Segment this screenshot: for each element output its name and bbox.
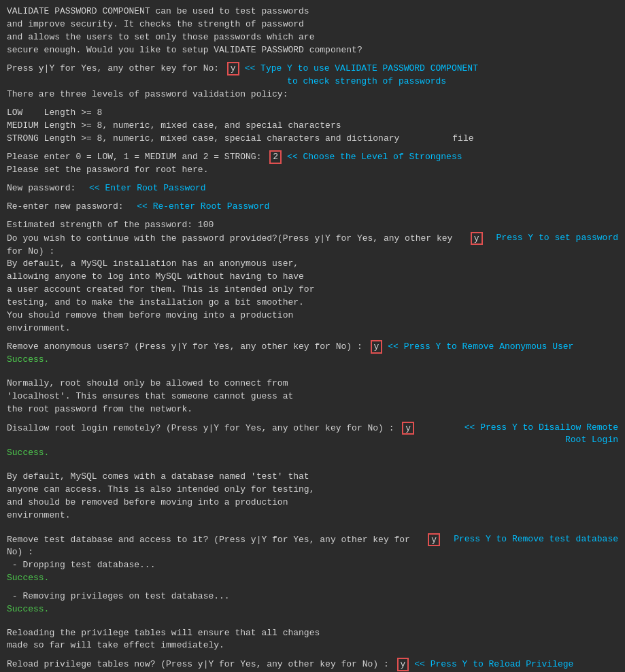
terminal-text-line: a user account created for them. This is… (7, 284, 618, 297)
spacer (7, 460, 618, 465)
spacer (7, 195, 618, 201)
terminal-success-line: Success. (7, 447, 618, 460)
terminal-text-line: LOW Length >= 8 (7, 107, 618, 120)
spacer (7, 416, 618, 422)
prompt-text: Remove anonymous users? (Press y|Y for Y… (7, 341, 368, 354)
terminal-text-line: Please set the password for root here. (7, 164, 618, 177)
annotation-text: << Press Y to Disallow Remote Root Login (427, 422, 618, 448)
spacer (7, 56, 618, 62)
spacer (7, 585, 618, 590)
spacer (7, 622, 618, 627)
terminal-text-line: and improve security. It checks the stre… (7, 18, 618, 31)
spacer (7, 145, 618, 150)
terminal-text-line: secure enough. Would you like to setup V… (7, 44, 618, 57)
terminal-text-line: environment. (7, 509, 618, 522)
spacer (7, 214, 618, 219)
terminal-text-line: allowing anyone to log into MySQL withou… (7, 271, 618, 284)
annotation-text: << Press Y to Reload Privilege (414, 658, 573, 671)
spacer (7, 465, 618, 471)
annotation-text: << Type Y to use VALIDATE PASSWORD COMPO… (245, 63, 478, 88)
key-input: y (428, 533, 440, 547)
terminal-text-line: environment. (7, 322, 618, 335)
terminal-text-line: VALIDATE PASSWORD COMPONENT can be used … (7, 5, 618, 18)
terminal-window: VALIDATE PASSWORD COMPONENT can be used … (7, 5, 618, 672)
terminal-text-line: made so far will take effect immediately… (7, 639, 618, 652)
terminal-success-line: Success. (7, 603, 618, 616)
terminal-text-line: You should remove them before moving int… (7, 309, 618, 322)
terminal-text-line: - Dropping test database... (7, 559, 618, 572)
terminal-input-line: Please enter 0 = LOW, 1 = MEDIUM and 2 =… (7, 150, 618, 164)
terminal-text-line: anyone can access. This is also intended… (7, 484, 618, 497)
annotation-text: << Choose the Level of Strongness (287, 151, 462, 164)
spacer (7, 367, 618, 372)
spacer (7, 616, 618, 622)
spacer (7, 528, 618, 533)
prompt-text: Please enter 0 = LOW, 1 = MEDIUM and 2 =… (7, 151, 267, 164)
key-input: y (397, 658, 409, 671)
terminal-input-line: Press y|Y for Yes, any other key for No:… (7, 62, 618, 88)
spacer (7, 372, 618, 377)
terminal-text-line: STRONG Length >= 8, numeric, mixed case,… (7, 133, 618, 146)
annotation-text: Press Y to set password (486, 232, 618, 245)
terminal-text-line: - Removing privileges on test database..… (7, 590, 618, 603)
terminal-input-annotation-right: Re-enter new password: << Re-enter Root … (7, 201, 618, 214)
terminal-success-line: Success. (7, 354, 618, 367)
terminal-text-line: Reloading the privilege tables will ensu… (7, 627, 618, 640)
terminal-text-line: the root password from the network. (7, 403, 618, 416)
spacer (7, 652, 618, 658)
terminal-text-line: 'localhost'. This ensures that someone c… (7, 390, 618, 403)
key-input: y (371, 340, 383, 354)
prompt-text: Press y|Y for Yes, any other key for No: (7, 63, 224, 75)
terminal-text-line: Estimated strength of the password: 100 (7, 219, 618, 232)
terminal-text-line: By default, a MySQL installation has an … (7, 258, 618, 271)
annotation-text: << Press Y to Remove Anonymous User (388, 341, 573, 354)
terminal-input-line: Reload privilege tables now? (Press y|Y … (7, 658, 618, 671)
spacer (7, 335, 618, 340)
terminal-text-line: and allows the users to set only those p… (7, 31, 618, 44)
terminal-input-right-annotation: Do you wish to continue with the passwor… (7, 232, 618, 258)
prompt-left: Remove test database and access to it? (… (7, 533, 443, 560)
terminal-text-line: There are three levels of password valid… (7, 88, 618, 101)
terminal-text-line: MEDIUM Length >= 8, numeric, mixed case,… (7, 120, 618, 133)
prompt-text: Remove test database and access to it? (… (7, 534, 425, 560)
terminal-success-line: Success. (7, 572, 618, 585)
terminal-text-line: By default, MySQL comes with a database … (7, 471, 618, 484)
prompt-text: Do you wish to continue with the passwor… (7, 233, 468, 258)
terminal-input-line: Remove anonymous users? (Press y|Y for Y… (7, 340, 618, 354)
terminal-input-right-annotation: Disallow root login remotely? (Press y|Y… (7, 422, 618, 448)
prompt-left: Do you wish to continue with the passwor… (7, 232, 486, 258)
terminal-text-line: Normally, root should only be allowed to… (7, 377, 618, 390)
spacer (7, 101, 618, 107)
annotation-text: Press Y to Remove test database (443, 533, 618, 546)
annotation-text: << Enter Root Password (89, 182, 206, 195)
prompt-text: Re-enter new password: (7, 201, 134, 214)
spacer (7, 177, 618, 182)
key-input: y (471, 232, 483, 246)
key-input: y (227, 62, 239, 75)
prompt-text: New password: (7, 182, 86, 195)
terminal-input-annotation-right: New password: << Enter Root Password (7, 182, 618, 195)
terminal-text-line: and should be removed before moving into… (7, 497, 618, 509)
terminal-text-line: testing, and to make the installation go… (7, 297, 618, 309)
terminal-input-right-annotation: Remove test database and access to it? (… (7, 533, 618, 560)
spacer (7, 522, 618, 528)
key-input: 2 (269, 150, 282, 164)
annotation-text: << Re-enter Root Password (137, 201, 269, 214)
prompt-text: Reload privilege tables now? (Press y|Y … (7, 658, 394, 671)
key-input: y (402, 422, 414, 435)
prompt-text: Disallow root login remotely? (Press y|Y… (7, 422, 399, 435)
prompt-left: Disallow root login remotely? (Press y|Y… (7, 422, 417, 435)
